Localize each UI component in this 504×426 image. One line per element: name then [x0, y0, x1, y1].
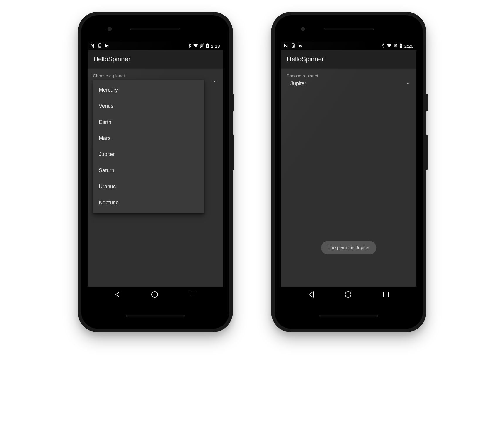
play-verified-icon: [105, 43, 109, 49]
status-clock: 2:18: [211, 44, 220, 49]
n-preview-icon: [284, 44, 289, 49]
bluetooth-icon: [188, 43, 191, 49]
screen: 2:20 HelloSpinner Choose a planet Jupite…: [281, 42, 416, 302]
dropdown-item-uranus[interactable]: Uranus: [93, 179, 204, 195]
dropdown-item-earth[interactable]: Earth: [93, 114, 204, 130]
content-area: Choose a planet Jupiter The planet is Ju…: [281, 68, 416, 287]
dropdown-item-venus[interactable]: Venus: [93, 98, 204, 114]
app-title: HelloSpinner: [93, 55, 130, 63]
dropdown-arrow-icon: [406, 83, 409, 84]
play-verified-icon: [298, 43, 303, 49]
power-button[interactable]: [426, 94, 428, 111]
battery-charging-icon: [206, 43, 209, 49]
spinner-selected-value: Jupiter: [290, 81, 306, 87]
no-sim-icon: [200, 43, 204, 49]
toast-message: The planet is Jupiter: [321, 241, 376, 254]
status-clock: 2:20: [404, 44, 413, 49]
back-button[interactable]: [309, 291, 314, 298]
dropdown-arrow-icon: [213, 81, 216, 82]
home-button[interactable]: [151, 291, 158, 298]
recents-button[interactable]: [383, 292, 389, 297]
navigation-bar: [88, 287, 223, 302]
phone-left: 2:18 HelloSpinner Choose a planet Mercur…: [78, 12, 233, 332]
dropdown-item-neptune[interactable]: Neptune: [93, 195, 204, 211]
volume-button[interactable]: [426, 135, 428, 170]
bottom-speaker: [319, 315, 378, 317]
screen: 2:18 HelloSpinner Choose a planet Mercur…: [88, 42, 223, 302]
recents-button[interactable]: [190, 292, 195, 297]
bluetooth-icon: [382, 43, 384, 49]
planet-spinner[interactable]: Jupiter: [286, 79, 411, 88]
spinner-label: Choose a planet: [286, 73, 411, 78]
volume-button[interactable]: [233, 135, 234, 170]
back-button[interactable]: [115, 291, 120, 298]
app-title: HelloSpinner: [287, 55, 324, 63]
svg-rect-7: [400, 43, 401, 44]
no-sim-icon: [394, 43, 397, 49]
wifi-icon: [193, 44, 198, 49]
app-bar: HelloSpinner: [88, 50, 223, 68]
earpiece-speaker: [324, 28, 374, 30]
home-button[interactable]: [345, 291, 351, 298]
spinner-label: Choose a planet: [93, 73, 218, 78]
phone-right: 2:20 HelloSpinner Choose a planet Jupite…: [271, 12, 426, 332]
app-bar: HelloSpinner: [281, 50, 416, 68]
dropdown-item-jupiter[interactable]: Jupiter: [93, 146, 204, 162]
earpiece-speaker: [130, 28, 180, 30]
content-area: Choose a planet Mercury Venus Earth Mars…: [88, 68, 223, 287]
battery-charging-icon: [399, 43, 402, 49]
dropdown-item-saturn[interactable]: Saturn: [93, 162, 204, 179]
dropdown-item-mars[interactable]: Mars: [93, 130, 204, 146]
status-bar: 2:20: [281, 42, 416, 50]
dropdown-item-mercury[interactable]: Mercury: [93, 82, 204, 98]
wifi-icon: [386, 44, 392, 49]
svg-rect-3: [207, 43, 208, 44]
front-camera: [301, 27, 305, 31]
power-button[interactable]: [233, 94, 234, 111]
bottom-speaker: [126, 315, 185, 317]
front-camera: [108, 27, 112, 31]
debug-icon: [98, 43, 102, 49]
n-preview-icon: [91, 44, 95, 49]
planet-dropdown: Mercury Venus Earth Mars Jupiter Saturn …: [93, 80, 204, 213]
debug-icon: [292, 43, 295, 49]
status-bar: 2:18: [88, 42, 223, 50]
navigation-bar: [281, 287, 416, 302]
